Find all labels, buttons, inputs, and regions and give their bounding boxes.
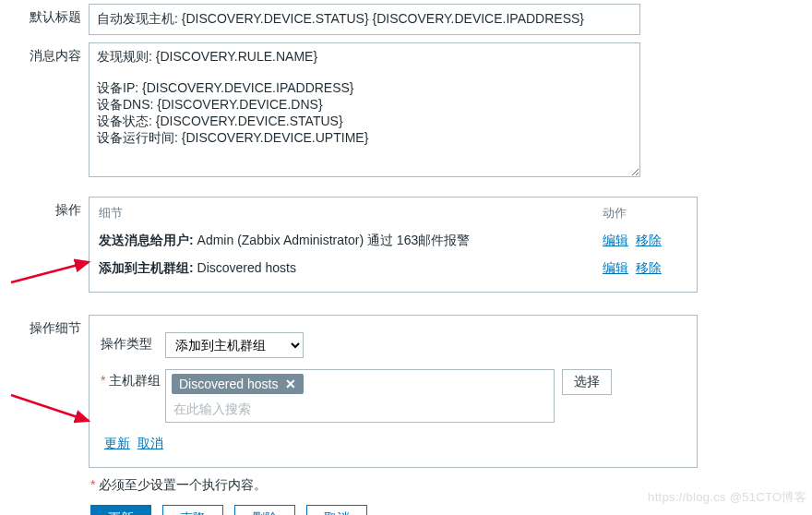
label-default-subject: 默认标题 bbox=[0, 4, 89, 26]
op-label: 添加到主机群组: bbox=[99, 260, 194, 275]
label-message: 消息内容 bbox=[0, 42, 89, 65]
edit-link[interactable]: 编辑 bbox=[603, 260, 628, 275]
cancel-button[interactable]: 取消 bbox=[306, 505, 367, 515]
col-details: 细节 bbox=[99, 205, 603, 222]
host-group-tag: Discovered hosts ✕ bbox=[172, 374, 304, 394]
tag-remove-icon[interactable]: ✕ bbox=[285, 377, 296, 391]
operation-detail-box: 操作类型 添加到主机群组 主机群组 Discovered hosts ✕ bbox=[89, 315, 698, 468]
detail-update-link[interactable]: 更新 bbox=[104, 436, 130, 450]
edit-link[interactable]: 编辑 bbox=[603, 233, 628, 247]
detail-cancel-link[interactable]: 取消 bbox=[137, 436, 163, 450]
default-subject-input[interactable] bbox=[89, 4, 640, 35]
label-operation-type: 操作类型 bbox=[101, 332, 165, 353]
operations-table: 细节 动作 发送消息给用户: Admin (Zabbix Administrat… bbox=[89, 197, 698, 293]
table-row: 添加到主机群组: Discovered hosts 编辑 移除 bbox=[99, 255, 687, 282]
host-group-tagbox[interactable]: Discovered hosts ✕ bbox=[165, 369, 555, 423]
remove-link[interactable]: 移除 bbox=[636, 233, 662, 247]
host-group-search-input[interactable] bbox=[166, 396, 554, 422]
select-button[interactable]: 选择 bbox=[562, 369, 612, 395]
message-textarea[interactable]: 发现规则: {DISCOVERY.RULE.NAME} 设备IP: {DISCO… bbox=[89, 42, 640, 177]
delete-button[interactable]: 删除 bbox=[234, 505, 295, 515]
op-label: 发送消息给用户: bbox=[99, 233, 194, 247]
label-operations: 操作 bbox=[0, 197, 89, 219]
label-host-group: 主机群组 bbox=[101, 369, 165, 389]
update-button[interactable]: 更新 bbox=[90, 505, 151, 515]
op-value: Admin (Zabbix Administrator) 通过 163邮件报警 bbox=[197, 233, 471, 247]
remove-link[interactable]: 移除 bbox=[636, 260, 662, 275]
required-note: 必须至少设置一个执行内容。 bbox=[89, 468, 795, 505]
tag-text: Discovered hosts bbox=[179, 377, 278, 391]
clone-button[interactable]: 克隆 bbox=[162, 505, 223, 515]
label-operation-detail: 操作细节 bbox=[0, 315, 89, 337]
col-action: 动作 bbox=[603, 205, 687, 222]
op-value: Discovered hosts bbox=[197, 260, 296, 275]
table-row: 发送消息给用户: Admin (Zabbix Administrator) 通过… bbox=[99, 227, 687, 255]
operation-type-select[interactable]: 添加到主机群组 bbox=[165, 332, 304, 358]
